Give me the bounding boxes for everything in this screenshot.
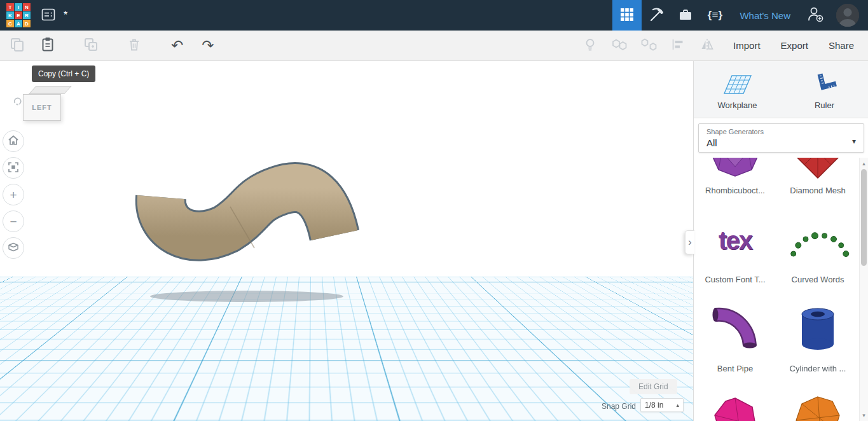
shape-orange-polyhedron-icon	[776, 387, 859, 421]
paste-button[interactable]	[34, 32, 61, 59]
redo-button[interactable]: ↷	[195, 32, 221, 59]
panel-collapse-handle[interactable]: ›	[685, 230, 694, 254]
shape-item-label: Diamond Mesh	[776, 186, 859, 195]
redo-icon: ↷	[202, 38, 214, 53]
s-pipe-shape[interactable]	[161, 188, 334, 248]
copy-button[interactable]	[4, 32, 31, 59]
snap-grid-select[interactable]: 1/8 in ▴	[640, 398, 684, 412]
perspective-box-icon	[8, 242, 19, 254]
group-icon	[611, 37, 628, 54]
viewport-3d[interactable]: LEFT + − Edit Grid Snap Grid 1/8 in ▴	[0, 61, 693, 421]
copy-icon	[9, 36, 25, 55]
scroll-down-arrow[interactable]: ▾	[860, 411, 868, 420]
shape-generators-dropdown[interactable]: Shape Generators All ▾	[698, 123, 864, 153]
panel-helpers-row: Workplane Ruler	[694, 61, 868, 118]
shape-custom-font-text-icon: tex	[694, 209, 776, 272]
logo-tile: I	[15, 3, 22, 11]
shape-item-bent-pipe[interactable]: Bent Pipe	[694, 285, 776, 374]
shape-item-cylinder-with-hole[interactable]: Cylinder with ...	[776, 285, 859, 374]
logo-tile: R	[23, 11, 31, 19]
share-button[interactable]: Share	[818, 35, 864, 56]
shape-curved-words-icon	[776, 209, 859, 272]
home-view-button[interactable]	[3, 130, 24, 152]
align-button[interactable]	[665, 32, 691, 59]
topbar-right-cluster: {≡} What's New	[612, 0, 864, 31]
generator-filter-area: Shape Generators All ▾	[694, 118, 868, 159]
gallery-scrollbar[interactable]: ▴ ▾	[859, 158, 868, 421]
snap-grid-value: 1/8 in	[645, 401, 663, 410]
shape-item-pink-polygon[interactable]	[694, 374, 776, 421]
zoom-in-button[interactable]: +	[3, 184, 24, 205]
snap-grid-label: Snap Grid	[602, 402, 636, 411]
view-cube-top-face[interactable]	[29, 86, 72, 94]
shape-item-label: Bent Pipe	[694, 364, 776, 373]
codeblocks-button[interactable]: {≡}	[700, 0, 729, 31]
scroll-up-arrow[interactable]: ▴	[860, 159, 868, 168]
mirror-icon	[699, 37, 715, 54]
group-button[interactable]	[606, 32, 633, 59]
shape-item-diamond-mesh[interactable]: Diamond Mesh	[776, 158, 859, 196]
shape-item-custom-font-text[interactable]: tex Custom Font T...	[694, 196, 776, 285]
logo-tile: T	[6, 3, 14, 11]
view-cube[interactable]: LEFT	[23, 85, 67, 122]
scrollbar-thumb[interactable]	[861, 169, 867, 266]
copy-tooltip: Copy (Ctrl + C)	[32, 66, 95, 82]
undo-button[interactable]: ↶	[164, 32, 191, 59]
whats-new-link[interactable]: What's New	[740, 10, 790, 21]
logo-tile: A	[15, 20, 22, 27]
delete-button[interactable]	[121, 32, 148, 59]
workplane-tool[interactable]: Workplane	[694, 61, 781, 118]
briefcase-icon	[678, 7, 693, 24]
fit-view-button[interactable]	[3, 157, 24, 179]
edit-grid-button[interactable]: Edit Grid	[630, 379, 677, 394]
shape-diamond-mesh-icon	[776, 158, 859, 183]
logo-tile: D	[23, 20, 31, 27]
view-cube-front-face[interactable]: LEFT	[23, 94, 61, 121]
dashboard-grid-button[interactable]	[612, 0, 642, 31]
zoom-out-button[interactable]: −	[3, 210, 24, 232]
workplane-icon	[723, 69, 752, 97]
logo-tile: E	[15, 11, 22, 19]
logo-tile: N	[23, 3, 31, 11]
shape-item-rhombicuboctahedron[interactable]: Rhombicuboct...	[694, 158, 776, 196]
shape-item-orange-polyhedron[interactable]	[776, 374, 859, 421]
duplicate-icon	[83, 36, 99, 55]
shape-rhombicuboctahedron-icon	[694, 158, 776, 183]
duplicate-button[interactable]	[78, 32, 104, 59]
shape-item-label: Custom Font T...	[694, 275, 776, 284]
shape-bent-pipe-icon	[694, 298, 776, 361]
model-shadow	[150, 291, 343, 302]
rotate-view-icon[interactable]	[13, 97, 22, 108]
classes-button[interactable]	[671, 0, 700, 31]
shapes-panel: Workplane Ruler Shape Generators All ▾ R…	[693, 61, 868, 421]
profile-avatar[interactable]	[836, 4, 859, 27]
show-all-button[interactable]	[577, 32, 603, 59]
ungroup-icon	[640, 37, 658, 54]
invite-button[interactable]	[801, 0, 830, 31]
design-properties-button[interactable]	[38, 5, 59, 25]
shape-cylinder-with-hole-icon	[776, 298, 859, 361]
view-mode-button[interactable]	[3, 237, 24, 259]
ungroup-button[interactable]	[635, 32, 662, 59]
shape-generators-caption: Shape Generators	[706, 128, 856, 135]
shape-item-curved-words[interactable]: Curved Words	[776, 196, 859, 285]
shape-gallery: Rhombicuboct... Diamond Mesh tex Custom …	[694, 158, 859, 421]
mirror-button[interactable]	[694, 32, 720, 59]
model-layer	[108, 146, 375, 305]
fit-view-icon	[8, 162, 19, 175]
logo-tile: C	[6, 20, 14, 27]
export-button[interactable]: Export	[771, 35, 818, 56]
tinkercad-logo[interactable]: T I N K E R C A D	[6, 3, 31, 27]
edit-toolbar: ↶ ↷ Import	[0, 31, 868, 61]
plus-icon: +	[10, 189, 17, 201]
ruler-icon	[811, 69, 838, 97]
lightbulb-icon	[582, 37, 598, 54]
ruler-tool[interactable]: Ruler	[781, 61, 868, 118]
clipboard-icon	[39, 36, 56, 55]
design-properties-icon	[41, 7, 56, 24]
logo-tile: K	[6, 11, 14, 19]
caret-up-icon: ▴	[676, 402, 679, 408]
tinker-button[interactable]	[642, 0, 671, 31]
import-button[interactable]: Import	[723, 35, 771, 56]
home-icon	[8, 135, 19, 148]
